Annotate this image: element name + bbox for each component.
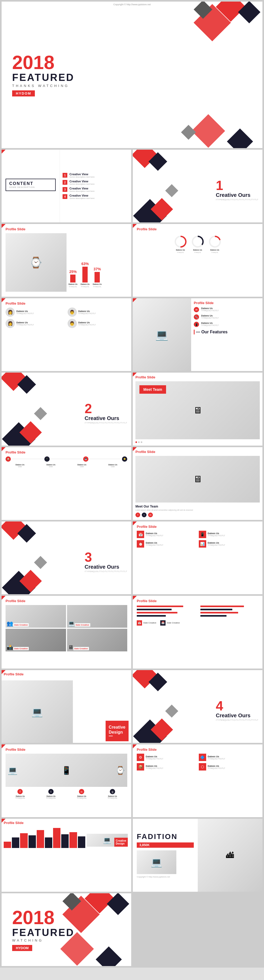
fadition-badge: 3,850K (137, 842, 194, 848)
tri-tl-tl (2, 447, 6, 451)
donut-svg-2 (191, 235, 204, 248)
photo-label-4: Date Creative (74, 647, 89, 650)
donut-label-2: Datees Us (193, 249, 202, 251)
date-label-1: Date Creative (143, 622, 156, 624)
feature-3: 📱 Datees Us TITIMQUSLTTICITLT (194, 322, 260, 327)
bar-item-1: 25% Datees Us TITIMQUSL (69, 270, 78, 288)
tri-tl-icons1 (133, 522, 137, 525)
fadition-emoji: 💻 (151, 857, 162, 868)
icon-in: in (148, 512, 153, 517)
content-sub-4: Some description text here (69, 197, 94, 199)
feature-2: 🔧 Datees Us TITIMQUSLTTICITLT (194, 314, 260, 320)
team-grid: 👩 Datees Us TITIMQUSLTTICITLT 👨 Datees U… (6, 307, 127, 328)
tl-name-4: Datees Us (98, 464, 127, 466)
tri-tl (2, 150, 6, 154)
photos-grid: 👥 Date Creative 💻 Date Creative 📸 Date C… (6, 605, 127, 652)
icon-box-4: 📊 (199, 540, 206, 547)
avatar-3: 👩 (6, 319, 15, 328)
photo-1: 👥 Date Creative (6, 605, 66, 628)
mt3-m2: t Datees Us TITIMQUSL (37, 788, 66, 799)
feat-desc-2: TITIMQUSLTTICITLT (201, 317, 219, 319)
slide-timeline: Profile Slide 🏠 📱 💻 ⭐ Datees Us Date Dat… (2, 447, 131, 520)
icon2-item-2: 🔷 Datees Us TITIMQUSLTTICITLT (199, 754, 259, 761)
member-name-4: Datees Us (78, 321, 96, 324)
slide-stats-bars: Profile Slide ⌚ 25% Datees Us TITIMQUSL … (2, 224, 131, 297)
tri-tl-lines (133, 596, 137, 600)
info-4: Datees Us TITIMQUSLTTICITLT (78, 321, 96, 326)
slide-stats-donuts: Profile Slide Datees Us TITIMQUSL Datees… (133, 224, 262, 297)
avatar-2: 👨 (67, 307, 77, 317)
shape-7 (181, 125, 196, 140)
content-num-3: 3 (62, 187, 67, 192)
photo-2: 💻 Date Creative (67, 605, 128, 628)
slide-content: CONTENT SOME DESCRIPTION 1 Creative View… (2, 150, 131, 223)
bc-bar-3 (20, 833, 27, 848)
bc-design-panel: 💻 CreativeDesign (85, 827, 129, 848)
cshape-5 (165, 184, 178, 197)
donuts-row: Datees Us TITIMQUSL Datees Us TITIMQUSL … (137, 235, 258, 253)
bc-bar-4 (29, 835, 36, 848)
feature-1: ✉ Datees Us TITIMQUSLTTICITLT (194, 307, 260, 312)
icon-item-2: 📱 Datees Us TITIMQUSLTTICITLT (199, 531, 259, 538)
tri-tl-stats (2, 224, 6, 228)
avatar-1: 👩 (6, 307, 15, 317)
donut-3: Datees Us TITIMQUSL (208, 235, 221, 253)
icon2-item-4: ⬡ Datees Us TITIMQUSLTTICITLT (199, 763, 259, 770)
bc-title: Profile Slide (4, 821, 129, 825)
cs3-5 (34, 556, 47, 569)
creative-sub-4: ITYPEMQUSLTTICITLTTITLTTITLTTITLT (216, 719, 258, 721)
creative-shapes-3 (2, 522, 73, 594)
bar-3 (94, 272, 100, 283)
date-icon-2: 📅 (160, 620, 166, 625)
icon2-box-4: ⬡ (199, 763, 206, 770)
node-1: 🏠 (6, 457, 11, 462)
content-item-1: 1 Creative View Some description text he… (62, 173, 128, 178)
member-1: 👩 Datees Us TITIMQUSLTTICITLT (6, 307, 66, 317)
meet3-title: Profile Slide (6, 748, 127, 751)
features-left: 💻 (133, 298, 191, 371)
mt3-name-3: Datees Us (67, 795, 97, 797)
meet1-image: Meet Team 🖥 (136, 381, 260, 439)
dot-2 (138, 441, 140, 443)
photos-title: Profile Slide (6, 599, 127, 603)
meet1-content: Profile Slide Meet Team 🖥 (133, 372, 262, 445)
slide-grid: Copyright © http://www.pptstore.net 2018… (0, 0, 264, 967)
tri-tl-bc (2, 819, 6, 822)
creative-num-1: 1 (216, 179, 258, 192)
slide-profile-team: Profile Slide 👩 Datees Us TITIMQUSLTTICI… (2, 298, 131, 371)
sublabel-2: TITIMQUSL (81, 286, 89, 288)
meet3-photos: 💻 📱 ⌚ (6, 754, 127, 787)
mt3-m4: g Datees Us TITIMQUSL (98, 788, 128, 799)
content-main-1: Creative View (69, 173, 94, 176)
stats-title: Profile Slide (6, 227, 127, 231)
bar-item-3: 37% Datees Us TITIMQUSL (93, 267, 102, 288)
laptop-emoji: 💻 (155, 329, 168, 341)
icon2-desc-4: TITIMQUSLTTICITLT (208, 767, 225, 769)
tl-name-1: Datees Us (6, 464, 34, 466)
tl-sub-1: Date (6, 466, 34, 468)
mt3-sub-4: TITIMQUSL (98, 797, 128, 799)
tl-sub-2: Date (37, 466, 65, 468)
donut-svg-1 (174, 235, 187, 248)
connector-1 (12, 459, 43, 459)
icon-desc-2: TITIMQUSLTTICITLT (208, 535, 225, 536)
feat-text-2: Datees Us TITIMQUSLTTICITLT (201, 314, 219, 319)
photo-4: 🖥 Date Creative (67, 629, 128, 651)
meet1-profile-title: Profile Slide (136, 375, 260, 379)
svg-text:g: g (112, 790, 113, 793)
final-watching: WATCHING (12, 939, 74, 942)
mt3-sub-2: TITIMQUSL (37, 797, 66, 799)
bc-body: 💻 CreativeDesign (4, 827, 129, 848)
tl-label-1: Datees Us Date (6, 464, 34, 468)
tri-tl-design1 (2, 670, 6, 674)
timeline-title: Profile Slide (6, 450, 127, 454)
pct-3: 37% (93, 267, 101, 271)
feat-icon-1: ✉ (194, 307, 199, 312)
tri-tl-photos (2, 596, 6, 600)
sublabel-1: TITIMQUSL (69, 286, 77, 288)
label-1: Datees Us (69, 283, 78, 285)
svg-text:in: in (81, 791, 83, 793)
icon-box-1: 📅 (137, 531, 144, 538)
slide-photos: Profile Slide 👥 Date Creative 💻 Date Cre… (2, 596, 131, 668)
creative-text-1: 1 Creative Ours ITYPEMQUSLTTICITLTTITLTT… (216, 179, 258, 200)
